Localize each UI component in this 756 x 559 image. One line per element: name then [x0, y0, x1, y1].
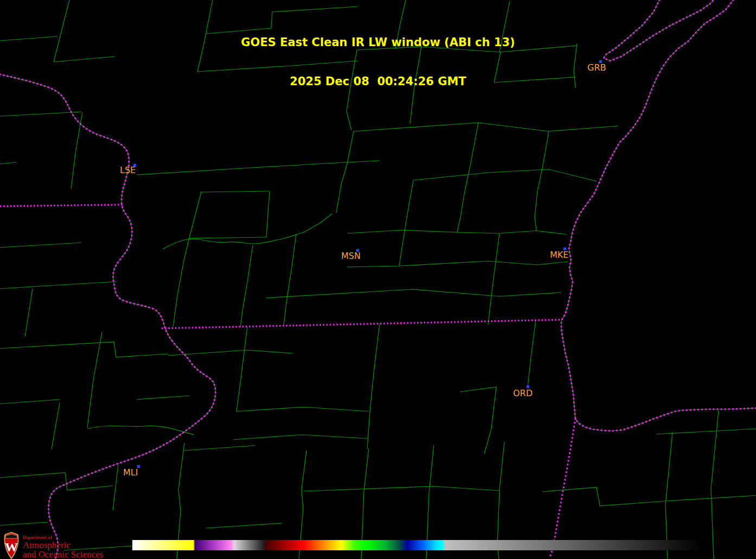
- satellite-image-viewer: GOES East Clean IR LW window (ABI ch 13)…: [0, 0, 756, 559]
- logo-dept-line: Department of: [23, 535, 103, 540]
- station-label-ord: ORD: [513, 389, 533, 398]
- wi-il-border-dots: [162, 320, 562, 328]
- logo-line2: and Oceanic Sciences: [23, 550, 103, 559]
- station-label-lse: LSE: [120, 166, 136, 175]
- ir-temperature-colorbar: [132, 540, 702, 550]
- mn-ia-border-dots: [0, 205, 123, 206]
- svg-text:W: W: [5, 540, 18, 554]
- uw-aos-logo: W Department of Atmospheric and Oceanic …: [3, 532, 103, 559]
- logo-text: Department of Atmospheric and Oceanic Sc…: [23, 532, 103, 559]
- station-label-msn: MSN: [341, 252, 361, 261]
- image-title: GOES East Clean IR LW window (ABI ch 13)…: [0, 10, 756, 114]
- station-label-grb: GRB: [587, 63, 606, 72]
- title-line2: 2025 Dec 08 00:24:26 GMT: [0, 75, 756, 88]
- il-in-border-dots: [549, 419, 575, 559]
- uw-crest-icon: W: [3, 532, 20, 559]
- station-label-mli: MLI: [123, 468, 138, 477]
- title-line1: GOES East Clean IR LW window (ABI ch 13): [0, 36, 756, 49]
- station-label-mke: MKE: [550, 251, 568, 259]
- logo-line1: Atmospheric: [23, 541, 103, 550]
- straight-state-borders: [0, 205, 562, 328]
